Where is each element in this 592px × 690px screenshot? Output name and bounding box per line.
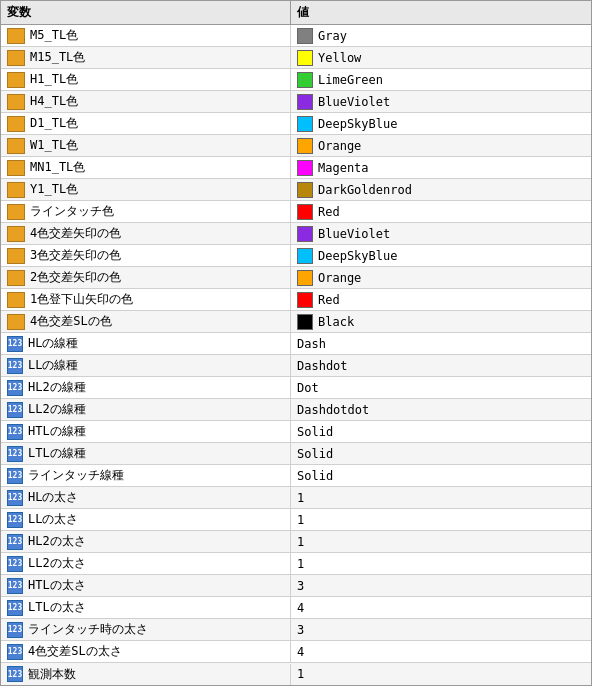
- table-row[interactable]: 123ラインタッチ線種Solid: [1, 465, 591, 487]
- value-text: Dash: [297, 337, 326, 351]
- value-swatch: [297, 182, 313, 198]
- cell-name: M5_TL色: [1, 25, 291, 46]
- table-row[interactable]: 123観測本数1: [1, 663, 591, 685]
- table-body: M5_TL色GrayM15_TL色YellowH1_TL色LimeGreenH4…: [1, 25, 591, 685]
- cell-name: 123LL2の線種: [1, 399, 291, 420]
- row-label: W1_TL色: [30, 137, 78, 154]
- row-label: H4_TL色: [30, 93, 78, 110]
- cell-value: DeepSkyBlue: [291, 246, 591, 266]
- cell-name: 123HTLの線種: [1, 421, 291, 442]
- cell-value: 1: [291, 533, 591, 551]
- cell-name: D1_TL色: [1, 113, 291, 134]
- int-icon: 123: [7, 556, 23, 572]
- cell-value: DeepSkyBlue: [291, 114, 591, 134]
- table-row[interactable]: H4_TL色BlueViolet: [1, 91, 591, 113]
- row-label: 2色交差矢印の色: [30, 269, 121, 286]
- value-text: 3: [297, 579, 304, 593]
- table-row[interactable]: H1_TL色LimeGreen: [1, 69, 591, 91]
- table-row[interactable]: ラインタッチ色Red: [1, 201, 591, 223]
- cell-name: 123LLの太さ: [1, 509, 291, 530]
- table-row[interactable]: 123LTLの線種Solid: [1, 443, 591, 465]
- color-icon: [7, 50, 25, 66]
- row-label: ラインタッチ線種: [28, 467, 124, 484]
- row-label: LTLの線種: [28, 445, 86, 462]
- cell-value: 1: [291, 511, 591, 529]
- table-row[interactable]: 123LLの線種Dashdot: [1, 355, 591, 377]
- cell-value: BlueViolet: [291, 92, 591, 112]
- row-label: HTLの線種: [28, 423, 86, 440]
- row-label: M5_TL色: [30, 27, 78, 44]
- row-label: 観測本数: [28, 666, 76, 683]
- cell-value: Dashdotdot: [291, 401, 591, 419]
- table-row[interactable]: 1色登下山矢印の色Red: [1, 289, 591, 311]
- value-text: 1: [297, 491, 304, 505]
- table-row[interactable]: M5_TL色Gray: [1, 25, 591, 47]
- cell-value: Magenta: [291, 158, 591, 178]
- table-row[interactable]: 1234色交差SLの太さ4: [1, 641, 591, 663]
- value-text: 4: [297, 601, 304, 615]
- cell-value: BlueViolet: [291, 224, 591, 244]
- row-label: 4色交差SLの色: [30, 313, 112, 330]
- value-text: Orange: [318, 139, 361, 153]
- value-text: DeepSkyBlue: [318, 249, 397, 263]
- value-text: Red: [318, 293, 340, 307]
- value-swatch: [297, 248, 313, 264]
- value-swatch: [297, 226, 313, 242]
- color-icon: [7, 116, 25, 132]
- cell-value: 1: [291, 489, 591, 507]
- enum-icon: 123: [7, 358, 23, 374]
- table-row[interactable]: Y1_TL色DarkGoldenrod: [1, 179, 591, 201]
- color-icon: [7, 248, 25, 264]
- table-row[interactable]: 123HLの線種Dash: [1, 333, 591, 355]
- table-row[interactable]: W1_TL色Orange: [1, 135, 591, 157]
- value-text: Dashdot: [297, 359, 348, 373]
- table-row[interactable]: MN1_TL色Magenta: [1, 157, 591, 179]
- value-text: 1: [297, 667, 304, 681]
- cell-name: 123LTLの線種: [1, 443, 291, 464]
- cell-name: 123HTLの太さ: [1, 575, 291, 596]
- table-row[interactable]: 123HL2の線種Dot: [1, 377, 591, 399]
- table-header: 変数 値: [1, 1, 591, 25]
- table-row[interactable]: 123LL2の太さ1: [1, 553, 591, 575]
- row-label: HTLの太さ: [28, 577, 86, 594]
- row-label: 1色登下山矢印の色: [30, 291, 133, 308]
- table-row[interactable]: 123HLの太さ1: [1, 487, 591, 509]
- table-row[interactable]: M15_TL色Yellow: [1, 47, 591, 69]
- row-label: LL2の太さ: [28, 555, 86, 572]
- table-row[interactable]: 4色交差SLの色Black: [1, 311, 591, 333]
- value-swatch: [297, 138, 313, 154]
- cell-name: 123観測本数: [1, 664, 291, 685]
- int-icon: 123: [7, 534, 23, 550]
- cell-name: W1_TL色: [1, 135, 291, 156]
- cell-value: Dot: [291, 379, 591, 397]
- value-text: Red: [318, 205, 340, 219]
- table-row[interactable]: D1_TL色DeepSkyBlue: [1, 113, 591, 135]
- table-row[interactable]: 123ラインタッチ時の太さ3: [1, 619, 591, 641]
- int-icon: 123: [7, 490, 23, 506]
- table-row[interactable]: 123LTLの太さ4: [1, 597, 591, 619]
- cell-value: 3: [291, 621, 591, 639]
- value-swatch: [297, 160, 313, 176]
- color-icon: [7, 138, 25, 154]
- value-text: Magenta: [318, 161, 369, 175]
- table-row[interactable]: 123HTLの線種Solid: [1, 421, 591, 443]
- enum-icon: 123: [7, 380, 23, 396]
- cell-name: Y1_TL色: [1, 179, 291, 200]
- cell-value: 3: [291, 577, 591, 595]
- table-row[interactable]: 4色交差矢印の色BlueViolet: [1, 223, 591, 245]
- cell-name: 123LTLの太さ: [1, 597, 291, 618]
- value-text: 1: [297, 513, 304, 527]
- table-row[interactable]: 123HL2の太さ1: [1, 531, 591, 553]
- cell-value: DarkGoldenrod: [291, 180, 591, 200]
- cell-name: 1色登下山矢印の色: [1, 289, 291, 310]
- table-row[interactable]: 123LL2の線種Dashdotdot: [1, 399, 591, 421]
- row-label: H1_TL色: [30, 71, 78, 88]
- value-text: DarkGoldenrod: [318, 183, 412, 197]
- cell-name: 123HLの太さ: [1, 487, 291, 508]
- table-row[interactable]: 3色交差矢印の色DeepSkyBlue: [1, 245, 591, 267]
- table-row[interactable]: 123LLの太さ1: [1, 509, 591, 531]
- value-swatch: [297, 72, 313, 88]
- table-row[interactable]: 2色交差矢印の色Orange: [1, 267, 591, 289]
- table-row[interactable]: 123HTLの太さ3: [1, 575, 591, 597]
- row-label: M15_TL色: [30, 49, 85, 66]
